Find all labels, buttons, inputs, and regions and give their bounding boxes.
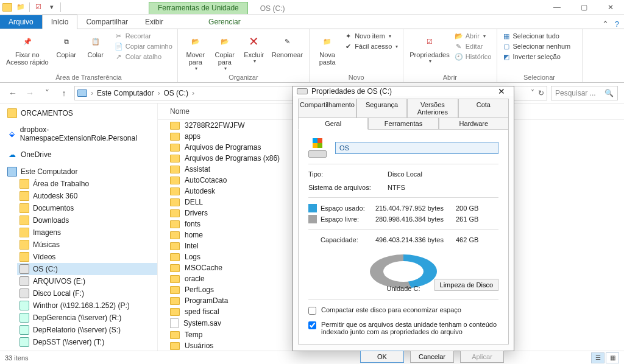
index-checkbox[interactable]: Permitir que os arquivos desta unidade t… [308,321,498,335]
tree-item[interactable]: Documentos [17,202,157,214]
tree-item[interactable]: DepGerencia (\\server) (R:) [17,312,157,324]
copy-to-button[interactable]: 📂Copiar para▾ [212,32,238,72]
open-button[interactable]: 📂Abrir▾ [455,32,492,40]
dialog-close-button[interactable]: ✕ [493,86,510,96]
history-button[interactable]: 🕘Histórico [455,52,492,61]
tree-item[interactable]: DepRelatorio (\\server) (S:) [17,324,157,336]
tree-item[interactable]: Autodesk 360 [17,190,157,202]
ribbon-tab-manage[interactable]: Gerenciar [200,15,249,29]
tree-item[interactable]: Vídeos [17,251,157,263]
properties-button[interactable]: ☑Propriedades▾ [408,32,450,65]
ok-button[interactable]: OK [360,351,404,363]
drive-name-input[interactable]: OS [335,142,498,154]
ribbon-tab-share[interactable]: Compartilhar [77,15,136,29]
network-drive-icon [20,313,29,323]
copy-path-button[interactable]: 📄Copiar caminho [115,42,172,51]
address-dropdown-icon[interactable]: ˅ [531,89,534,97]
cancel-button[interactable]: Cancelar [410,351,454,363]
search-input[interactable]: Pesquisar ... 🔍 [551,86,618,100]
view-details-button[interactable]: ☰ [591,352,604,363]
tree-item[interactable]: ARQUIVOS (E:) [17,275,157,287]
edit-button[interactable]: ✎Editar [455,42,492,51]
file-icon [170,318,179,328]
nav-back-button[interactable]: ← [6,88,20,98]
select-none-label: Selecionar nenhum [513,43,571,50]
minimize-button[interactable]: — [544,0,570,14]
folder-icon [20,215,29,225]
tree-item[interactable]: Área de Trabalho [17,178,157,190]
tree-dropbox[interactable]: ⬙dropbox-NamespaceExtensionRole.Personal [5,124,157,144]
invert-selection-button[interactable]: ◩Inverter seleção [502,52,571,61]
tree-item-label: Downloads [33,216,69,225]
filesystem-label: Sistema de arquivos: [308,184,377,191]
qat-check-icon[interactable]: ☑ [34,2,43,12]
tree-this-pc[interactable]: Este Computador [5,166,157,178]
copy-label: Copiar [57,51,76,58]
maximize-button[interactable]: ▢ [570,0,597,14]
pin-quick-access-button[interactable]: 📌 Fixar no Acesso rápido [5,32,50,67]
tree-quick-orcamentos[interactable]: ORCAMENTOS [5,107,157,119]
tree-item[interactable]: Músicas [17,239,157,251]
refresh-icon[interactable]: ↻ [538,89,544,97]
tree-item[interactable]: OS (C:) [17,263,157,275]
tab-sharing[interactable]: Compartilhamento [298,99,356,117]
tab-hardware[interactable]: Hardware [439,117,509,130]
ribbon-tab-file[interactable]: Arquivo [0,15,42,29]
tree-item[interactable]: Imagens [17,226,157,239]
select-all-button[interactable]: ▦Selecionar tudo [502,32,571,40]
ribbon-help-icon[interactable]: ? [615,19,619,29]
free-space-bytes: 280.998.416.384 bytes [375,215,456,223]
disk-cleanup-button[interactable]: Limpeza de Disco [434,279,498,291]
easy-access-button[interactable]: ✔Fácil acesso▾ [344,42,398,51]
apply-button[interactable]: Aplicar [460,351,504,363]
tab-previous-versions[interactable]: Versões Anteriores [407,99,458,117]
dropbox-icon: ⬙ [7,129,16,139]
ribbon-collapse-icon[interactable]: ⌃ [602,19,609,29]
nav-recent-button[interactable]: ˅ [40,88,54,98]
tree-item-label: DepRelatorio (\\server) (S:) [33,326,121,334]
address-root-icon [77,89,87,97]
search-icon[interactable]: 🔍 [604,89,614,97]
index-checkbox-input[interactable] [308,321,316,329]
navigation-tree[interactable]: ORCAMENTOS ⬙dropbox-NamespaceExtensionRo… [0,103,157,351]
folder-icon [7,108,17,118]
rename-button[interactable]: ✎Renomear [271,32,304,60]
delete-button[interactable]: ✕Excluir▾ [241,32,267,65]
crumb-this-pc[interactable]: Este Computador [97,89,154,97]
ribbon-tab-view[interactable]: Exibir [136,15,172,29]
tab-general[interactable]: Geral [298,117,368,130]
crumb-os-c[interactable]: OS (C:) [163,89,188,97]
copy-button[interactable]: ⧉ Copiar [54,32,79,60]
new-folder-label: Nova pasta [319,51,336,66]
ribbon-tab-home[interactable]: Início [42,15,78,29]
compress-checkbox[interactable]: Compactar este disco para economizar esp… [308,306,498,315]
folder-icon [170,242,180,250]
select-none-button[interactable]: ▢Selecionar nenhum [502,42,571,51]
cut-button[interactable]: ✂Recortar [115,32,172,40]
tab-tools[interactable]: Ferramentas [368,117,438,130]
move-to-button[interactable]: 📂Mover para▾ [183,32,208,72]
qat-overflow-icon[interactable]: ▾ [47,2,57,12]
paste-shortcut-button[interactable]: ↗Colar atalho [115,52,172,61]
tree-item[interactable]: Winthor (\\192.168.1.252) (P:) [17,299,157,312]
qat-folder-icon[interactable]: 📁 [16,2,26,12]
nav-up-button[interactable]: ↑ [57,88,71,98]
folder-icon [170,264,180,272]
tree-item[interactable]: Disco Local (F:) [17,287,157,299]
tab-quota[interactable]: Cota [458,99,509,117]
new-item-icon: ✦ [344,32,352,40]
new-folder-button[interactable]: 📁Nova pasta [314,32,340,67]
tree-item[interactable]: Downloads [17,214,157,226]
nav-forward-button[interactable]: → [23,88,37,98]
tree-onedrive[interactable]: ☁OneDrive [5,149,157,161]
paste-button[interactable]: 📋 Colar [83,32,108,60]
view-large-icons-button[interactable]: ▦ [606,352,619,363]
folder-icon [170,122,180,130]
close-button[interactable]: ✕ [597,0,624,14]
tree-item-label: Disco Local (F:) [33,289,84,298]
folder-icon [170,231,180,239]
tab-security[interactable]: Segurança [356,99,407,117]
tree-item[interactable]: DepSST (\\server) (T:) [17,336,157,348]
compress-checkbox-input[interactable] [308,307,316,315]
new-item-button[interactable]: ✦Novo item▾ [344,32,398,40]
